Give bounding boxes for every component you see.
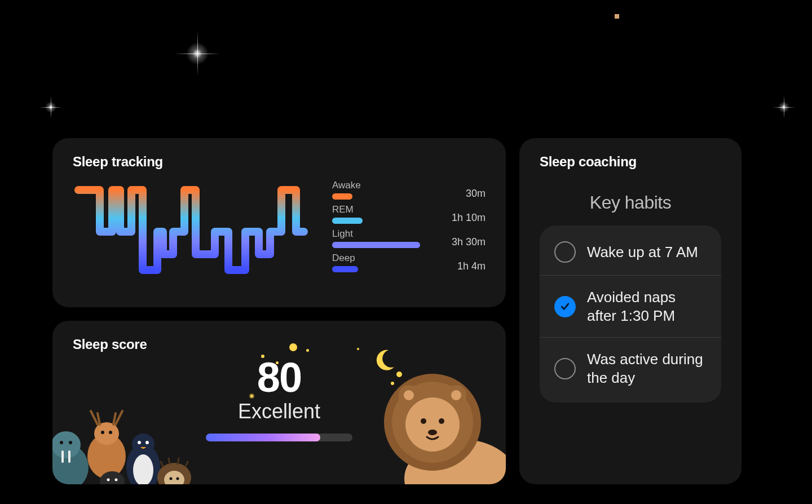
checkbox-checked-icon[interactable] bbox=[554, 296, 576, 317]
svg-point-20 bbox=[170, 478, 173, 480]
svg-point-7 bbox=[94, 422, 119, 445]
card-title: Sleep tracking bbox=[73, 154, 486, 170]
star-decoration bbox=[615, 14, 619, 19]
svg-point-8 bbox=[101, 431, 104, 434]
legend-bar bbox=[332, 266, 358, 272]
svg-line-22 bbox=[161, 462, 163, 466]
lion-character-icon bbox=[365, 349, 506, 484]
svg-point-1 bbox=[52, 431, 81, 458]
svg-point-3 bbox=[69, 441, 72, 444]
habit-item[interactable]: Wake up at 7 AM bbox=[540, 229, 721, 276]
star-decoration bbox=[186, 42, 209, 65]
svg-line-24 bbox=[178, 458, 179, 464]
legend-label: REM bbox=[332, 204, 363, 215]
svg-line-23 bbox=[169, 458, 170, 464]
sleep-score-card[interactable]: Sleep score 80 Excellent bbox=[52, 321, 506, 484]
legend-row-deep: Deep 1h 4m bbox=[332, 253, 486, 272]
checkbox-unchecked-icon[interactable] bbox=[554, 358, 576, 379]
svg-line-25 bbox=[186, 462, 188, 466]
stage-legend: Awake 30m REM 1h 10m L bbox=[332, 180, 486, 272]
sparkle-icon bbox=[357, 348, 359, 350]
legend-value: 1h 10m bbox=[452, 212, 486, 224]
score-progress-fill bbox=[206, 434, 320, 441]
legend-row-light: Light 3h 30m bbox=[332, 228, 486, 248]
score-label: Excellent bbox=[189, 400, 369, 423]
habit-item[interactable]: Was active during the day bbox=[540, 338, 721, 399]
svg-point-2 bbox=[60, 441, 63, 444]
svg-point-13 bbox=[138, 441, 141, 444]
sleep-tracking-card[interactable]: Sleep tracking bbox=[52, 138, 506, 307]
legend-label: Awake bbox=[332, 180, 361, 191]
legend-bar bbox=[332, 218, 363, 224]
score-progress bbox=[206, 434, 352, 441]
legend-label: Deep bbox=[332, 253, 358, 264]
svg-point-36 bbox=[428, 430, 437, 435]
sparkle-icon bbox=[306, 349, 309, 352]
svg-point-35 bbox=[439, 418, 444, 424]
svg-point-16 bbox=[107, 479, 110, 481]
legend-bar bbox=[332, 242, 420, 248]
svg-point-21 bbox=[176, 478, 179, 480]
svg-point-29 bbox=[405, 397, 460, 452]
svg-point-34 bbox=[421, 418, 426, 424]
sleep-coaching-card[interactable]: Sleep coaching Key habits Wake up at 7 A… bbox=[519, 138, 742, 484]
svg-point-17 bbox=[115, 479, 118, 481]
dashboard-container: Sleep tracking bbox=[52, 138, 742, 484]
checkbox-unchecked-icon[interactable] bbox=[554, 241, 576, 263]
animal-characters-icon bbox=[52, 383, 202, 484]
habit-text: Wake up at 7 AM bbox=[587, 243, 698, 262]
score-value: 80 bbox=[189, 357, 369, 399]
svg-point-14 bbox=[145, 441, 149, 444]
svg-point-31 bbox=[404, 390, 414, 400]
star-decoration bbox=[778, 101, 789, 113]
svg-rect-5 bbox=[68, 450, 70, 463]
legend-row-rem: REM 1h 10m bbox=[332, 204, 486, 224]
svg-point-33 bbox=[451, 390, 461, 400]
habit-text: Avoided naps after 1:30 PM bbox=[587, 288, 707, 325]
legend-label: Light bbox=[332, 228, 420, 240]
svg-point-12 bbox=[132, 434, 155, 454]
habits-list: Wake up at 7 AM Avoided naps after 1:30 … bbox=[540, 226, 721, 403]
card-title: Sleep coaching bbox=[540, 154, 721, 170]
legend-bar bbox=[332, 193, 352, 200]
habit-item[interactable]: Avoided naps after 1:30 PM bbox=[540, 276, 721, 338]
legend-value: 1h 4m bbox=[457, 260, 486, 272]
svg-point-9 bbox=[109, 431, 112, 434]
habit-text: Was active during the day bbox=[587, 350, 707, 387]
sleep-stage-graph bbox=[73, 180, 310, 281]
sparkle-icon bbox=[289, 343, 297, 351]
star-decoration bbox=[45, 101, 56, 113]
svg-rect-4 bbox=[61, 450, 64, 463]
legend-value: 3h 30m bbox=[452, 236, 486, 248]
habits-heading: Key habits bbox=[540, 192, 721, 213]
legend-value: 30m bbox=[466, 188, 486, 200]
legend-row-awake: Awake 30m bbox=[332, 180, 486, 200]
